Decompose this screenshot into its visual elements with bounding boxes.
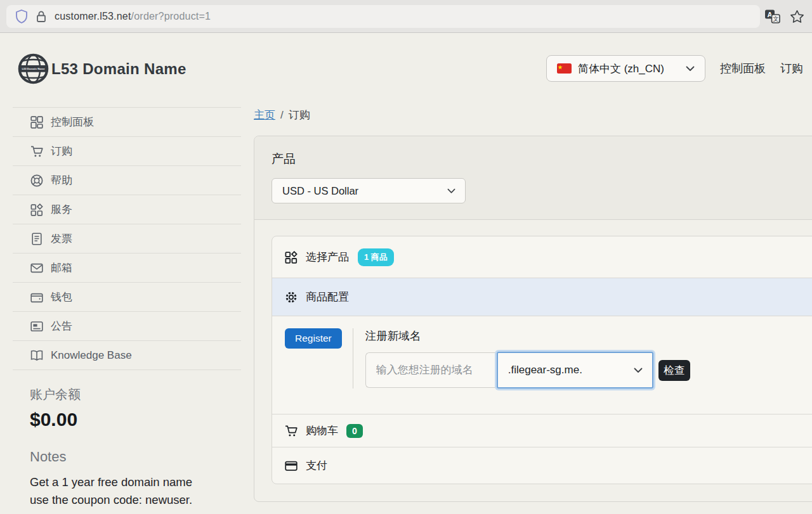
lock-icon <box>36 10 47 23</box>
sidebar: 控制面板 订购 帮助 服务 发票 <box>13 107 241 509</box>
envelope-icon <box>30 262 43 274</box>
sidebar-item-control-panel[interactable]: 控制面板 <box>13 108 241 137</box>
sidebar-item-label: 钱包 <box>51 290 72 304</box>
notes-heading: Notes <box>30 449 241 465</box>
account-balance-label: 账户余额 <box>30 386 241 403</box>
check-domain-button[interactable]: 检查 <box>658 360 690 381</box>
credit-card-icon <box>285 459 298 472</box>
logo-wordmark: L53 Domain Name <box>51 60 187 78</box>
step-cart-label: 购物车 <box>306 423 338 438</box>
sidebar-item-label: 发票 <box>51 231 72 246</box>
breadcrumb: 主页/订购 <box>254 108 812 122</box>
tld-select[interactable]: .filegear-sg.me. <box>497 352 653 389</box>
wallet-icon <box>30 291 43 304</box>
register-tab-button[interactable]: Register <box>285 328 342 349</box>
svg-text:L53 Domain Name: L53 Domain Name <box>22 67 45 70</box>
life-preserver-icon <box>30 174 43 187</box>
sidebar-item-order[interactable]: 订购 <box>13 137 241 166</box>
breadcrumb-current: 订购 <box>289 109 310 121</box>
cart-icon <box>30 145 43 158</box>
site-logo[interactable]: L53 Domain Name L53 Domain Name <box>18 53 187 84</box>
sidebar-item-mailbox[interactable]: 邮箱 <box>13 254 241 283</box>
language-selector[interactable]: 简体中文 (zh_CN) <box>546 55 705 82</box>
currency-select[interactable]: USD - US Dollar <box>272 178 466 203</box>
products-grid-icon <box>285 251 298 264</box>
step-payment-label: 支付 <box>306 458 327 473</box>
translate-icon[interactable]: A 文 <box>764 9 781 25</box>
sidebar-item-wallet[interactable]: 钱包 <box>13 283 241 312</box>
columns-gap-icon <box>30 116 43 129</box>
step-payment[interactable]: 支付 <box>272 447 812 484</box>
announcement-icon <box>30 320 43 333</box>
sidebar-item-label: 公告 <box>51 319 72 333</box>
nav-order[interactable]: 订购 <box>780 61 803 76</box>
svg-text:文: 文 <box>773 15 779 22</box>
step-cart[interactable]: 购物车 0 <box>272 414 812 447</box>
nav-control-panel[interactable]: 控制面板 <box>720 61 766 76</box>
product-card-header: 产品 USD - US Dollar <box>254 136 812 220</box>
url-text[interactable]: customer.l53.net/order?product=1 <box>55 11 211 22</box>
sidebar-item-label: 控制面板 <box>51 115 94 129</box>
tld-selected-value: .filegear-sg.me. <box>508 364 582 376</box>
sidebar-item-label: 帮助 <box>51 173 72 188</box>
domain-name-input[interactable] <box>365 352 497 388</box>
shield-icon[interactable] <box>15 10 28 23</box>
product-count-badge: 1 商品 <box>358 248 394 266</box>
sidebar-item-label: Knowledge Base <box>51 349 132 362</box>
sidebar-item-invoices[interactable]: 发票 <box>13 224 241 254</box>
notes-text: Get a 1 year free domain name use the co… <box>30 473 241 509</box>
sidebar-item-label: 订购 <box>51 144 72 158</box>
product-card-title: 产品 <box>272 151 812 167</box>
browser-toolbar: customer.l53.net/order?product=1 A 文 <box>0 0 812 33</box>
sidebar-item-help[interactable]: 帮助 <box>13 166 241 195</box>
address-bar[interactable]: customer.l53.net/order?product=1 <box>6 5 760 28</box>
account-balance-value: $0.00 <box>30 409 241 430</box>
services-grid-icon <box>30 203 43 216</box>
chevron-down-icon <box>634 368 643 373</box>
breadcrumb-home-link[interactable]: 主页 <box>254 109 275 121</box>
language-selector-label: 简体中文 (zh_CN) <box>578 61 664 76</box>
cart-count-badge: 0 <box>346 424 363 438</box>
step-select-product[interactable]: 选择产品 1 商品 <box>272 236 812 278</box>
sidebar-item-label: 服务 <box>51 202 72 217</box>
register-section: Register 注册新域名 .filegear-sg.me. <box>272 316 812 414</box>
gear-icon <box>285 291 298 304</box>
bookmark-star-icon[interactable] <box>790 10 804 24</box>
book-icon <box>30 349 43 362</box>
order-steps-card: 选择产品 1 商品 商品配置 Register 注册新域名 <box>272 236 812 484</box>
sidebar-item-services[interactable]: 服务 <box>13 195 241 224</box>
cart-icon <box>285 425 298 437</box>
register-domain-title: 注册新域名 <box>365 328 690 344</box>
vertical-divider <box>353 328 353 389</box>
sidebar-item-announcements[interactable]: 公告 <box>13 312 241 341</box>
currency-selected-value: USD - US Dollar <box>282 185 358 197</box>
step-configuration-label: 商品配置 <box>306 290 349 304</box>
cn-flag-icon <box>557 63 572 74</box>
chevron-down-icon <box>447 188 455 194</box>
sidebar-item-label: 邮箱 <box>51 260 72 275</box>
step-configuration[interactable]: 商品配置 <box>272 278 812 316</box>
chevron-down-icon <box>686 66 695 72</box>
invoice-icon <box>30 233 43 245</box>
step-select-product-label: 选择产品 <box>306 250 349 264</box>
globe-logo-icon: L53 Domain Name <box>18 53 49 84</box>
sidebar-item-knowledge-base[interactable]: Knowledge Base <box>13 341 241 370</box>
product-card: 产品 USD - US Dollar 选择产品 1 商品 <box>254 136 812 502</box>
